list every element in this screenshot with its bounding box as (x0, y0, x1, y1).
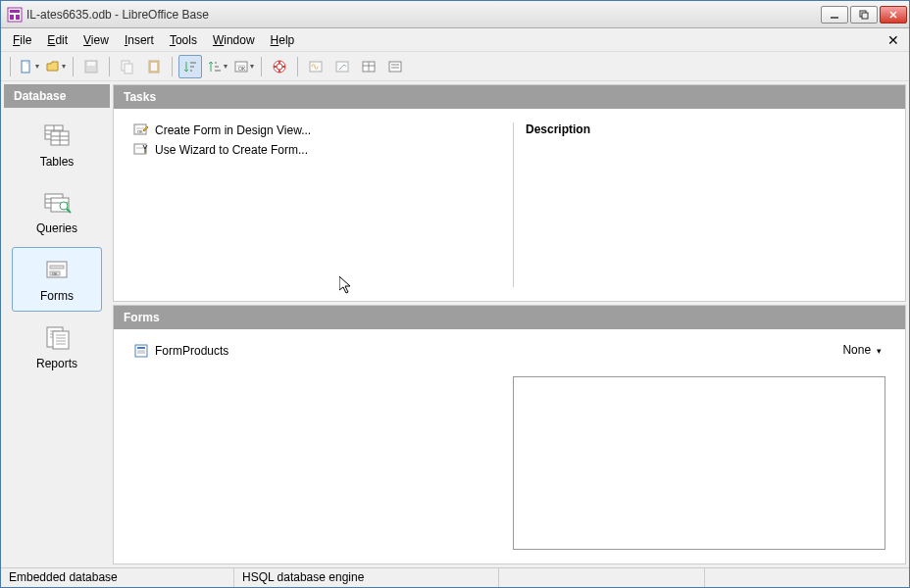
svg-rect-1 (10, 10, 20, 13)
svg-rect-3 (16, 15, 20, 20)
tasks-header: Tasks (114, 85, 905, 109)
svg-rect-2 (10, 15, 14, 20)
minimize-button[interactable] (821, 6, 848, 24)
separator (297, 57, 298, 76)
forms-list: FormProducts (133, 343, 513, 550)
content-column: Tasks OK Create Form in Design View... U… (113, 84, 906, 564)
statusbar: Embedded database HSQL database engine (1, 567, 909, 587)
form-icon (133, 343, 149, 359)
copy-button[interactable] (116, 55, 139, 78)
sort-descending-button[interactable]: ▾ (205, 55, 228, 78)
queries-icon (41, 188, 73, 216)
forms-preview-column: None ▾ (513, 343, 885, 550)
form-item[interactable]: FormProducts (133, 343, 513, 359)
preview-box (513, 376, 885, 550)
table-button[interactable] (357, 55, 380, 78)
sidebar-header: Database (4, 84, 110, 108)
svg-point-42 (60, 202, 68, 210)
sidebar-item-label: Forms (40, 289, 74, 303)
window-title: IL-ates6635.odb - LibreOffice Base (26, 8, 821, 22)
menu-insert[interactable]: Insert (117, 30, 162, 50)
svg-rect-45 (50, 266, 64, 269)
sort-ascending-button[interactable] (178, 55, 202, 78)
task-description: Description (513, 122, 885, 287)
sidebar-item-label: Reports (36, 357, 77, 370)
menubar: File Edit View Insert Tools Window Help … (1, 28, 909, 52)
new-button[interactable]: ▾ (17, 55, 40, 78)
wizard-icon (133, 142, 149, 158)
app-icon (7, 7, 23, 23)
forms-body: FormProducts None ▾ (114, 329, 905, 564)
application-window: IL-ates6635.odb - LibreOffice Base File … (0, 0, 910, 588)
document-close-button[interactable]: ✕ (882, 32, 905, 48)
task-label: Use Wizard to Create Form... (155, 143, 308, 157)
forms-panel: Forms FormProducts None ▾ (113, 305, 906, 564)
svg-rect-11 (87, 62, 95, 66)
menu-view[interactable]: View (76, 30, 117, 50)
status-engine: HSQL database engine (234, 568, 499, 587)
open-button[interactable]: ▾ (43, 55, 67, 78)
form-button[interactable]: OK▾ (231, 55, 255, 78)
sidebar-item-tables[interactable]: Tables (12, 114, 102, 176)
svg-rect-15 (151, 63, 157, 71)
task-label: Create Form in Design View... (155, 123, 311, 137)
svg-rect-26 (389, 62, 401, 72)
tasks-panel: Tasks OK Create Form in Design View... U… (113, 84, 906, 302)
design-button[interactable] (330, 55, 354, 78)
window-controls (821, 6, 907, 24)
svg-text:OK: OK (52, 271, 58, 276)
task-list: OK Create Form in Design View... Use Wiz… (133, 122, 513, 287)
description-heading: Description (526, 122, 885, 136)
task-create-form-wizard[interactable]: Use Wizard to Create Form... (133, 142, 513, 158)
form-item-label: FormProducts (155, 344, 228, 358)
svg-text:OK: OK (238, 66, 246, 72)
svg-point-20 (277, 64, 282, 70)
forms-icon: OK (41, 256, 73, 283)
close-button[interactable] (880, 6, 907, 24)
menu-help[interactable]: Help (263, 30, 303, 50)
toolbar: ▾ ▾ ▾ OK▾ (1, 52, 909, 81)
svg-rect-63 (137, 347, 145, 349)
status-empty-2 (705, 568, 909, 587)
help-button[interactable] (268, 55, 291, 78)
form-design-icon: OK (133, 122, 149, 138)
svg-rect-52 (53, 331, 69, 349)
preview-mode-select[interactable]: None ▾ (513, 343, 885, 357)
tables-icon (41, 122, 73, 149)
svg-rect-13 (125, 64, 132, 74)
separator (172, 57, 173, 76)
forms-header: Forms (114, 306, 905, 329)
maximize-button[interactable] (850, 6, 878, 24)
menu-file[interactable]: File (5, 30, 39, 50)
svg-rect-6 (862, 13, 868, 19)
status-empty (499, 568, 705, 587)
menu-tools[interactable]: Tools (162, 30, 205, 50)
report-button[interactable] (383, 55, 407, 78)
main-area: Database Tables Queries OK Forms Reports (1, 81, 909, 567)
separator (109, 57, 110, 76)
titlebar: IL-ates6635.odb - LibreOffice Base (1, 1, 909, 28)
status-db-type: Embedded database (1, 568, 234, 587)
menu-edit[interactable]: Edit (39, 30, 76, 50)
tasks-body: OK Create Form in Design View... Use Wiz… (114, 109, 905, 301)
reports-icon (41, 323, 73, 351)
task-create-form-design[interactable]: OK Create Form in Design View... (133, 122, 513, 138)
svg-text:OK: OK (137, 129, 143, 134)
menu-window[interactable]: Window (205, 30, 263, 50)
sidebar-item-queries[interactable]: Queries (12, 180, 102, 243)
macro-button[interactable] (304, 55, 328, 78)
separator (73, 57, 74, 76)
paste-button[interactable] (142, 55, 166, 78)
sidebar-item-forms[interactable]: OK Forms (12, 247, 102, 312)
sidebar-items: Tables Queries OK Forms Reports (4, 108, 110, 564)
sidebar-item-label: Tables (40, 155, 75, 169)
preview-mode-label: None (842, 343, 871, 357)
database-sidebar: Database Tables Queries OK Forms Reports (4, 84, 110, 564)
chevron-down-icon: ▾ (874, 346, 882, 356)
toolbar-grip (10, 57, 11, 76)
sidebar-item-reports[interactable]: Reports (12, 316, 102, 378)
svg-rect-61 (136, 147, 144, 149)
separator (261, 57, 262, 76)
sidebar-item-label: Queries (36, 221, 77, 235)
save-button[interactable] (79, 55, 103, 78)
